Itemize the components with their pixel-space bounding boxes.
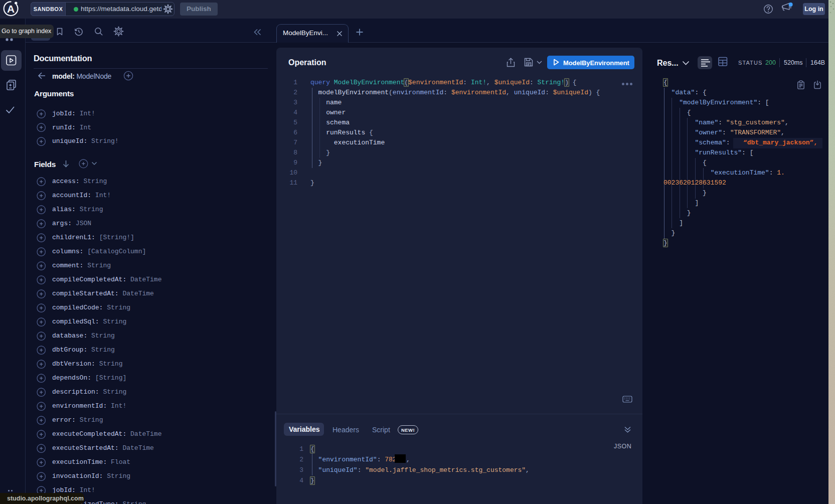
svg-text:A: A [7,3,15,15]
